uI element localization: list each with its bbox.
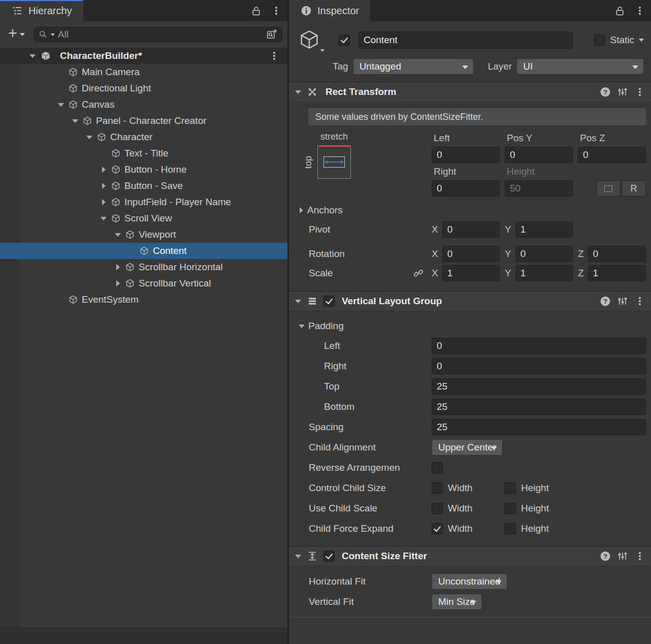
kebab-menu-icon[interactable] [634, 4, 646, 17]
presets-icon[interactable] [616, 85, 629, 99]
foldout-collapsed-icon[interactable] [300, 207, 303, 213]
active-checkbox[interactable] [339, 35, 350, 46]
spacing-field[interactable]: 25 [432, 419, 646, 435]
reverse-arrangement-checkbox[interactable] [432, 462, 443, 473]
anchors-foldout[interactable]: Anchors [289, 201, 651, 220]
use-child-scale-width-checkbox[interactable] [432, 503, 443, 514]
layer-dropdown[interactable]: UI [516, 58, 644, 75]
static-checkbox[interactable] [594, 35, 605, 46]
link-scale-toggle-icon[interactable] [413, 268, 424, 278]
rotation-z-field[interactable]: 0 [588, 246, 646, 262]
control-child-size-height-checkbox[interactable] [505, 482, 516, 494]
hierarchy-item-text-title[interactable]: Text - Title [0, 145, 287, 162]
hierarchy-item-content[interactable]: Content [0, 243, 287, 259]
hierarchy-item-main-camera[interactable]: Main Camera [0, 64, 287, 80]
child-alignment-dropdown[interactable]: Upper Center [432, 439, 503, 456]
presets-icon[interactable] [616, 295, 629, 308]
child-force-expand-height-checkbox[interactable] [505, 523, 516, 534]
static-chevron-icon[interactable] [639, 39, 644, 42]
tab-inspector[interactable]: Inspector [289, 0, 370, 21]
foldout-expanded-icon[interactable] [54, 103, 68, 107]
content-size-fitter-header[interactable]: Content Size Fitter ? [289, 546, 651, 566]
hierarchy-item-button-save[interactable]: Button - Save [0, 178, 287, 194]
lock-icon[interactable] [250, 4, 262, 17]
hierarchy-item-label: Scrollbar Vertical [139, 278, 211, 289]
gameobject-cube-icon[interactable] [298, 28, 324, 52]
kebab-menu-icon[interactable] [634, 85, 646, 99]
pivot-x-field[interactable]: 0 [442, 221, 500, 238]
hierarchy-item-directional-light[interactable]: Directional Light [0, 80, 287, 96]
foldout-expanded-icon[interactable] [295, 90, 301, 94]
field-label-pos-z: Pos Z [578, 132, 646, 145]
foldout-expanded-icon[interactable] [111, 233, 124, 237]
scale-y-field[interactable]: 1 [515, 265, 573, 281]
component-enabled-checkbox[interactable] [323, 296, 335, 307]
hierarchy-item-button-home[interactable]: Button - Home [0, 162, 287, 178]
hierarchy-item-viewport[interactable]: Viewport [0, 227, 287, 243]
hierarchy-item-scrollbar-vertical[interactable]: Scrollbar Vertical [0, 275, 287, 292]
padding-foldout[interactable]: Padding [289, 316, 651, 336]
blueprint-mode-button[interactable] [596, 180, 621, 197]
pivot-y-field[interactable]: 1 [515, 221, 573, 238]
foldout-collapsed-icon[interactable] [111, 280, 124, 286]
horizontal-fit-dropdown[interactable]: Unconstrained [432, 573, 507, 590]
hierarchy-item-canvas[interactable]: Canvas [0, 96, 287, 113]
lock-icon[interactable] [613, 4, 626, 17]
scene-header[interactable]: CharacterBuilder* [0, 48, 287, 64]
tab-hierarchy[interactable]: Hierarchy [0, 0, 83, 21]
kebab-menu-icon[interactable] [634, 295, 646, 308]
pos-y-field[interactable]: 0 [505, 147, 573, 163]
hierarchy-item-eventsystem[interactable]: EventSystem [0, 292, 287, 308]
vertical-fit-dropdown[interactable]: Min Size [432, 594, 482, 610]
kebab-menu-icon[interactable] [270, 4, 282, 17]
hierarchy-item-panel-character-creator[interactable]: Panel - Character Creator [0, 113, 287, 129]
padding-bottom-field[interactable]: 25 [432, 399, 646, 415]
padding-right-field[interactable]: 0 [432, 358, 646, 374]
scale-z-field[interactable]: 1 [588, 265, 646, 281]
hierarchy-item-scrollbar-horizontal[interactable]: Scrollbar Horizontal [0, 259, 287, 275]
pos-z-field[interactable]: 0 [578, 147, 646, 163]
use-child-scale-height-checkbox[interactable] [505, 503, 516, 514]
foldout-expanded-icon[interactable] [295, 300, 301, 303]
vertical-layout-group-header[interactable]: Vertical Layout Group ? [289, 291, 651, 311]
padding-top-field[interactable]: 25 [432, 378, 646, 395]
foldout-expanded-icon[interactable] [69, 119, 82, 123]
kebab-menu-icon[interactable] [268, 49, 280, 62]
hierarchy-item-inputfield-player-name[interactable]: InputField - Player Name [0, 194, 287, 210]
object-name-input[interactable]: Content [358, 31, 573, 49]
hierarchy-item-scroll-view[interactable]: Scroll View [0, 210, 287, 227]
child-alignment-label: Child Alignment [309, 442, 432, 453]
foldout-expanded-icon[interactable] [29, 54, 36, 58]
foldout-collapsed-icon[interactable] [97, 199, 110, 205]
raw-edit-mode-button[interactable]: R [622, 180, 646, 197]
scale-x-field[interactable]: 1 [442, 265, 500, 281]
left-field[interactable]: 0 [432, 147, 500, 163]
help-icon[interactable]: ? [599, 85, 611, 99]
rect-transform-header[interactable]: Rect Transform ? [289, 82, 651, 102]
child-force-expand-width-checkbox[interactable] [432, 523, 443, 534]
tag-dropdown[interactable]: Untagged [353, 58, 474, 75]
component-enabled-checkbox[interactable] [323, 551, 335, 562]
right-field[interactable]: 0 [432, 180, 500, 197]
kebab-menu-icon[interactable] [634, 550, 646, 563]
foldout-expanded-icon[interactable] [299, 325, 305, 328]
hierarchy-item-character[interactable]: Character [0, 129, 287, 145]
rotation-x-field[interactable]: 0 [442, 246, 500, 262]
open-search-window-icon[interactable] [266, 28, 278, 41]
control-child-size-width-checkbox[interactable] [432, 482, 443, 494]
presets-icon[interactable] [616, 550, 629, 563]
anchor-preset-button[interactable] [317, 145, 351, 179]
add-gameobject-button[interactable]: + [5, 26, 28, 43]
use-child-scale-row: Use Child Scale Width Height [289, 498, 651, 519]
help-icon[interactable]: ? [599, 550, 611, 563]
foldout-expanded-icon[interactable] [97, 217, 110, 220]
foldout-expanded-icon[interactable] [83, 136, 96, 139]
foldout-collapsed-icon[interactable] [97, 183, 110, 189]
foldout-collapsed-icon[interactable] [97, 167, 110, 173]
rotation-y-field[interactable]: 0 [515, 246, 573, 262]
padding-left-field[interactable]: 0 [432, 338, 646, 354]
hierarchy-search-input[interactable]: All [34, 27, 282, 42]
help-icon[interactable]: ? [599, 295, 611, 308]
foldout-expanded-icon[interactable] [295, 555, 301, 558]
foldout-collapsed-icon[interactable] [111, 264, 124, 270]
